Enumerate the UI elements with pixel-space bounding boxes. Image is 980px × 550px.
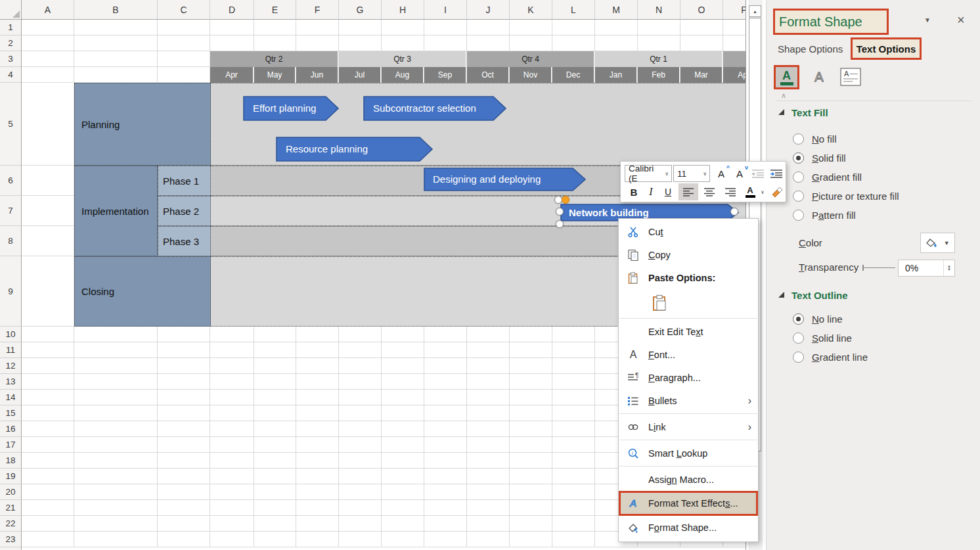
row-header-3[interactable]: 3 xyxy=(0,51,22,67)
month-cell[interactable]: Jun xyxy=(296,67,338,83)
row-header-19[interactable]: 19 xyxy=(0,469,22,484)
italic-button[interactable]: I xyxy=(643,183,659,200)
textbox-icon[interactable]: A xyxy=(839,67,862,87)
tab-shape-options[interactable]: Shape Options xyxy=(778,43,843,55)
row-header-22[interactable]: 22 xyxy=(0,516,22,532)
quarter-cell[interactable]: Qtr 2 xyxy=(210,51,338,67)
radio-no-line[interactable]: No line xyxy=(793,311,843,327)
shape-handle-right[interactable] xyxy=(730,208,738,216)
task-bar-designing-deploying[interactable]: Designing and deploying xyxy=(424,168,587,191)
row-header-8[interactable]: 8 xyxy=(0,226,22,256)
radio-pattern-fill[interactable]: Pattern fill xyxy=(793,207,856,223)
column-header-A[interactable]: A xyxy=(22,0,74,20)
font-color-dropdown[interactable]: ∨ xyxy=(759,183,767,200)
text-fill-header[interactable]: Text Fill xyxy=(791,107,828,118)
increase-indent-button[interactable] xyxy=(768,165,785,182)
grow-font-button[interactable]: A^ xyxy=(713,165,730,182)
month-cell[interactable]: Mar xyxy=(680,67,723,83)
quarter-cell[interactable]: Qtr 1 xyxy=(595,51,723,67)
row-header-11[interactable]: 11 xyxy=(0,342,22,358)
radio-gradient-line[interactable]: Gradient line xyxy=(793,349,868,365)
month-cell[interactable]: Sep xyxy=(424,67,466,83)
chevron-down-icon[interactable]: ∨ xyxy=(665,171,671,177)
align-left-button[interactable] xyxy=(679,183,698,200)
bold-button[interactable]: B xyxy=(626,183,642,200)
menu-item-paragraph[interactable]: ¶ Paragraph... xyxy=(619,366,758,389)
row-header-14[interactable]: 14 xyxy=(0,390,22,405)
menu-item-exit-edit-text[interactable]: Exit Edit Text xyxy=(619,320,758,343)
gantt-cell-implementation[interactable]: Implementation xyxy=(74,166,158,256)
column-header-L[interactable]: L xyxy=(552,0,595,20)
row-header-7[interactable]: 7 xyxy=(0,196,22,226)
decrease-indent-button[interactable] xyxy=(749,165,767,182)
format-painter-button[interactable] xyxy=(769,183,785,200)
transparency-spinner[interactable]: ▲ ▼ xyxy=(943,260,954,276)
column-header-D[interactable]: D xyxy=(210,0,254,20)
row-header-4[interactable]: 4 xyxy=(0,67,22,83)
month-cell[interactable]: Aug xyxy=(382,67,424,83)
task-bar-subcontractor-selection[interactable]: Subcontractor selection xyxy=(363,96,507,121)
menu-item-assign-macro[interactable]: Assign Macro... xyxy=(619,468,758,491)
column-header-F[interactable]: F xyxy=(296,0,339,20)
paste-button[interactable] xyxy=(650,293,670,313)
column-header-B[interactable]: B xyxy=(74,0,158,20)
font-size-combo[interactable]: 11 ∨ xyxy=(673,165,710,182)
shape-handle-bottom-left[interactable] xyxy=(556,220,564,228)
month-cell[interactable]: Oct xyxy=(467,67,509,83)
task-bar-effort-planning[interactable]: Effort planning xyxy=(243,96,340,121)
shrink-font-button[interactable]: Av xyxy=(731,165,748,182)
row-header-10[interactable]: 10 xyxy=(0,327,22,342)
radio-solid-fill[interactable]: Solid fill xyxy=(793,150,846,166)
column-header-P[interactable]: P xyxy=(723,0,746,20)
gantt-cell-phase3[interactable]: Phase 3 xyxy=(158,226,211,256)
column-header-K[interactable]: K xyxy=(510,0,552,20)
row-header-12[interactable]: 12 xyxy=(0,358,22,374)
row-header-18[interactable]: 18 xyxy=(0,453,22,469)
gantt-cell-phase1[interactable]: Phase 1 xyxy=(158,166,211,196)
chevron-down-icon[interactable]: ∨ xyxy=(703,171,709,177)
column-header-J[interactable]: J xyxy=(467,0,510,20)
row-header-20[interactable]: 20 xyxy=(0,484,22,500)
column-header-E[interactable]: E xyxy=(254,0,296,20)
month-cell[interactable]: Jan xyxy=(595,67,637,83)
row-header-2[interactable]: 2 xyxy=(0,35,22,51)
column-header-N[interactable]: N xyxy=(638,0,680,20)
menu-item-format-text-effects[interactable]: A Format Text Effects... xyxy=(619,491,758,516)
pane-options-dropdown-icon[interactable]: ▼ xyxy=(924,16,931,24)
column-header-C[interactable]: C xyxy=(158,0,210,20)
collapse-triangle-icon[interactable] xyxy=(778,292,784,298)
month-cell[interactable]: Dec xyxy=(552,67,594,83)
row-header-23[interactable]: 23 xyxy=(0,532,22,547)
menu-item-cut[interactable]: Cut xyxy=(619,220,758,243)
quarter-cell[interactable]: Qtr 4 xyxy=(467,51,594,67)
menu-item-bullets[interactable]: Bullets › xyxy=(619,389,758,412)
row-header-13[interactable]: 13 xyxy=(0,374,22,390)
column-header-I[interactable]: I xyxy=(424,0,467,20)
task-bar-resource-planning[interactable]: Resource planning xyxy=(276,137,434,162)
tab-text-options[interactable]: Text Options xyxy=(851,37,922,60)
month-cell[interactable]: May xyxy=(254,67,296,83)
month-cell[interactable]: Apr xyxy=(210,67,254,83)
scroll-up-button[interactable]: ▲ xyxy=(749,5,761,17)
month-cell[interactable]: Feb xyxy=(638,67,680,83)
transparency-slider[interactable] xyxy=(862,267,895,268)
transparency-input[interactable]: 0% ▲ ▼ xyxy=(898,260,955,277)
row-header-1[interactable]: 1 xyxy=(0,20,22,35)
font-name-combo[interactable]: Calibri (E ∨ xyxy=(625,165,672,182)
menu-item-font[interactable]: A Font... xyxy=(619,343,758,366)
underline-button[interactable]: U xyxy=(660,183,676,200)
text-outline-header[interactable]: Text Outline xyxy=(791,290,848,301)
menu-item-smart-lookup[interactable]: i Smart Lookup xyxy=(619,442,758,465)
column-header-M[interactable]: M xyxy=(595,0,638,20)
collapse-triangle-icon[interactable] xyxy=(778,109,784,115)
select-all-corner[interactable] xyxy=(0,0,22,20)
color-picker-button[interactable]: ▼ xyxy=(920,233,955,253)
column-header-G[interactable]: G xyxy=(339,0,382,20)
menu-item-format-shape[interactable]: Format Shape... xyxy=(619,516,758,539)
row-header-5[interactable]: 5 xyxy=(0,83,22,166)
quarter-cell[interactable]: Qtr 3 xyxy=(339,51,466,67)
font-color-button[interactable]: A xyxy=(742,183,759,200)
column-header-O[interactable]: O xyxy=(680,0,723,20)
quarter-cell[interactable] xyxy=(723,51,746,67)
text-fill-outline-icon[interactable]: A xyxy=(774,65,799,89)
